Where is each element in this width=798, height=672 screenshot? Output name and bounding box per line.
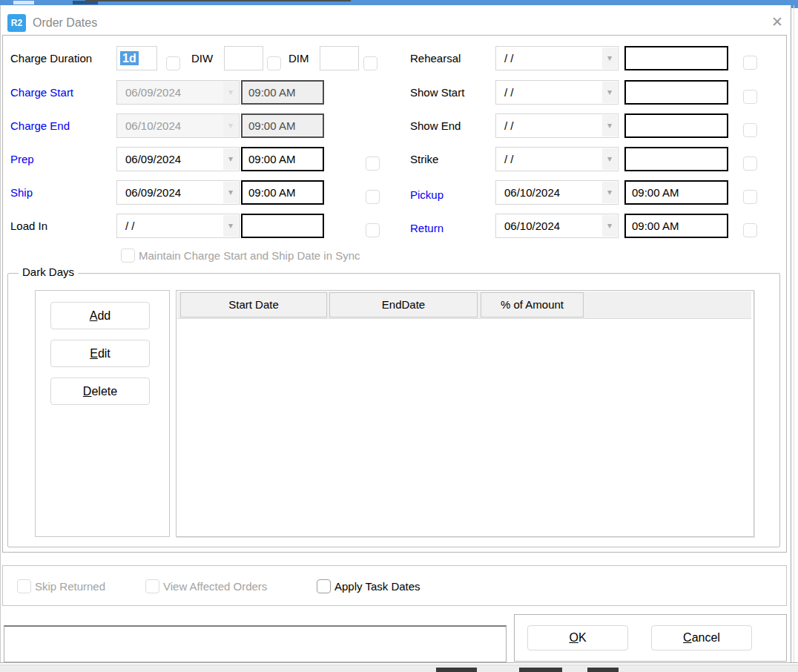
selected-text: 1d xyxy=(120,51,139,65)
sync-checkbox xyxy=(121,248,135,263)
prep-checkbox[interactable] xyxy=(366,157,380,171)
ship-time-input[interactable]: 09:00 AM xyxy=(241,180,324,205)
strike-time-input[interactable] xyxy=(624,147,728,171)
load-in-checkbox[interactable] xyxy=(366,223,380,237)
pickup-checkbox[interactable] xyxy=(743,190,757,204)
dialog-title: Order Dates xyxy=(33,14,97,32)
rehearsal-time-input[interactable] xyxy=(624,46,728,70)
show-start-label: Show Start xyxy=(410,80,464,105)
ship-checkbox[interactable] xyxy=(366,190,380,204)
rehearsal-date-select[interactable]: / / ▾ xyxy=(495,46,619,70)
return-checkbox[interactable] xyxy=(743,223,757,237)
chevron-down-icon[interactable]: ▾ xyxy=(602,47,617,69)
background-text-fragment xyxy=(436,668,477,672)
background-text-fragment xyxy=(13,1,34,4)
action-button-panel: OK Cancel xyxy=(514,614,787,662)
charge-end-date-select: 06/10/2024 ▾ xyxy=(116,113,240,138)
background-window-border xyxy=(85,0,351,1)
date-value: / / xyxy=(504,52,514,65)
load-in-time-input[interactable] xyxy=(241,214,324,238)
charge-start-date-select: 06/09/2024 ▾ xyxy=(116,80,240,105)
date-value: 06/10/2024 xyxy=(125,119,181,132)
dim-input[interactable] xyxy=(320,46,359,70)
chevron-down-icon[interactable]: ▾ xyxy=(602,182,617,203)
strike-label: Strike xyxy=(410,147,438,171)
delete-button[interactable]: Delete xyxy=(50,378,150,405)
chevron-down-icon[interactable]: ▾ xyxy=(602,115,617,136)
close-icon[interactable]: ✕ xyxy=(767,12,788,33)
dialog-bottom-border xyxy=(0,662,798,663)
show-start-checkbox[interactable] xyxy=(743,90,757,104)
return-label: Return xyxy=(410,216,443,240)
charge-end-label: Charge End xyxy=(10,113,70,138)
dark-days-table-body xyxy=(177,319,751,534)
show-end-date-select[interactable]: / / ▾ xyxy=(495,113,619,138)
chevron-down-icon[interactable]: ▾ xyxy=(602,215,617,237)
column-header-start-date[interactable]: Start Date xyxy=(180,292,327,317)
date-value: / / xyxy=(504,153,514,165)
apply-task-dates-label: Apply Task Dates xyxy=(334,579,421,593)
strike-date-select[interactable]: / / ▾ xyxy=(495,147,619,171)
chevron-down-icon: ▾ xyxy=(223,115,238,136)
pickup-label: Pickup xyxy=(410,182,443,207)
rehearsal-label: Rehearsal xyxy=(410,46,461,70)
comment-input[interactable] xyxy=(4,625,507,662)
chevron-down-icon[interactable]: ▾ xyxy=(223,215,238,237)
return-time-input[interactable]: 09:00 AM xyxy=(624,214,728,238)
cancel-button[interactable]: Cancel xyxy=(651,625,752,650)
background-window-bottom-strip xyxy=(0,665,798,672)
titlebar: R2 Order Dates ✕ xyxy=(0,5,791,35)
apply-task-dates-checkbox[interactable] xyxy=(317,579,331,593)
view-affected-orders-label: View Affected Orders xyxy=(163,579,267,593)
ship-date-select[interactable]: 06/09/2024 ▾ xyxy=(116,180,240,205)
charge-duration-checkbox[interactable] xyxy=(166,56,180,70)
prep-date-select[interactable]: 06/09/2024 ▾ xyxy=(116,147,240,171)
background-window-top-strip xyxy=(0,0,798,5)
rehearsal-checkbox[interactable] xyxy=(743,56,757,70)
dark-days-button-panel: Add Edit Delete xyxy=(35,290,170,537)
dialog-right-border xyxy=(791,5,791,663)
date-value: / / xyxy=(504,119,514,132)
load-in-label: Load In xyxy=(10,214,47,238)
show-end-checkbox[interactable] xyxy=(743,123,757,137)
date-value: / / xyxy=(504,86,514,99)
pickup-time-input[interactable]: 09:00 AM xyxy=(624,180,728,205)
date-value: 06/09/2024 xyxy=(125,86,181,99)
column-header-percent-of-amount[interactable]: % of Amount xyxy=(481,292,584,317)
dialog-right-border-outer xyxy=(794,5,794,663)
dim-checkbox[interactable] xyxy=(363,56,377,70)
add-button[interactable]: Add xyxy=(50,302,150,329)
show-start-date-select[interactable]: / / ▾ xyxy=(495,80,619,105)
edit-button[interactable]: Edit xyxy=(50,340,150,367)
show-start-time-input[interactable] xyxy=(624,80,728,105)
charge-duration-label: Charge Duration xyxy=(10,46,92,70)
strike-checkbox[interactable] xyxy=(743,157,757,171)
chevron-down-icon[interactable]: ▾ xyxy=(223,148,238,170)
r2-app-icon: R2 xyxy=(7,14,26,32)
date-value: 06/09/2024 xyxy=(125,153,181,165)
charge-start-label: Charge Start xyxy=(10,80,73,105)
chevron-down-icon[interactable]: ▾ xyxy=(602,82,617,103)
show-end-label: Show End xyxy=(410,113,461,138)
diw-checkbox[interactable] xyxy=(267,56,281,70)
sync-checkbox-label: Maintain Charge Start and Ship Date in S… xyxy=(139,248,360,263)
background-text-fragment xyxy=(519,668,562,672)
background-text-fragment xyxy=(587,668,619,672)
dark-days-group: Dark Days Add Edit Delete Start Date End… xyxy=(7,273,780,547)
charge-duration-input[interactable]: 1d xyxy=(116,46,157,70)
chevron-down-icon: ▾ xyxy=(223,82,238,103)
diw-input[interactable] xyxy=(224,46,263,70)
charge-start-time-input: 09:00 AM xyxy=(241,80,324,105)
return-date-select[interactable]: 06/10/2024 ▾ xyxy=(495,214,619,238)
prep-time-input[interactable]: 09:00 AM xyxy=(241,147,324,171)
chevron-down-icon[interactable]: ▾ xyxy=(223,182,238,203)
chevron-down-icon[interactable]: ▾ xyxy=(602,148,617,170)
load-in-date-select[interactable]: / / ▾ xyxy=(116,214,240,238)
show-end-time-input[interactable] xyxy=(624,113,728,138)
column-header-end-date[interactable]: EndDate xyxy=(329,292,478,317)
diw-label: DIW xyxy=(191,46,213,70)
ok-button[interactable]: OK xyxy=(527,625,628,650)
skip-returned-checkbox xyxy=(17,579,31,593)
pickup-date-select[interactable]: 06/10/2024 ▾ xyxy=(495,180,619,205)
date-value: 06/10/2024 xyxy=(504,220,560,232)
